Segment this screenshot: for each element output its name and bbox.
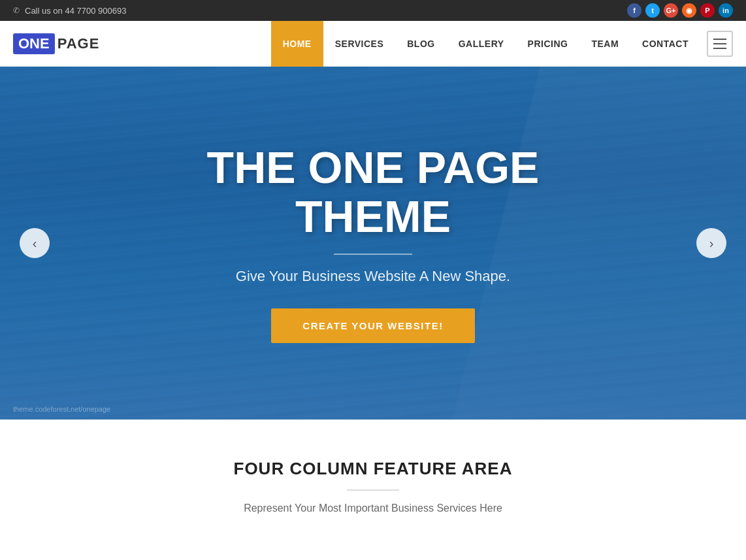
nav-pricing[interactable]: PRICING: [516, 21, 580, 67]
nav-gallery[interactable]: GALLERY: [447, 21, 516, 67]
hamburger-line-3: [713, 48, 726, 49]
hamburger-menu[interactable]: [707, 31, 733, 57]
nav-contact[interactable]: CONTACT: [630, 21, 700, 67]
hamburger-line-2: [713, 43, 726, 44]
main-nav: HOME SERVICES BLOG GALLERY PRICING TEAM …: [271, 21, 733, 67]
social-icons: f t G+ ◉ P in: [627, 3, 733, 18]
hamburger-line-1: [713, 39, 726, 40]
watermark: theme.codeforest.net/onepage: [13, 405, 110, 413]
phone-text: Call us on 44 7700 900693: [25, 6, 126, 16]
top-bar: ✆ Call us on 44 7700 900693 f t G+ ◉ P i…: [0, 0, 746, 21]
linkedin-icon[interactable]: in: [719, 3, 733, 18]
facebook-icon[interactable]: f: [627, 3, 641, 18]
hero-title-divider: [334, 254, 412, 255]
google-icon[interactable]: G+: [664, 3, 678, 18]
hero-subtitle: Give Your Business Website A New Shape.: [144, 268, 602, 285]
features-section: FOUR COLUMN FEATURE AREA Represent Your …: [0, 420, 746, 540]
slider-prev-button[interactable]: ‹: [20, 228, 50, 258]
hero-cta-button[interactable]: CREATE YOUR WEBSITE!: [271, 308, 474, 343]
nav-home[interactable]: HOME: [271, 21, 323, 67]
twitter-icon[interactable]: t: [645, 3, 660, 18]
logo-page: PAGE: [57, 35, 100, 52]
next-arrow-icon: ›: [709, 236, 714, 251]
rss-icon[interactable]: ◉: [682, 3, 696, 18]
header: ONE PAGE HOME SERVICES BLOG GALLERY PRIC…: [0, 21, 746, 67]
pinterest-icon[interactable]: P: [700, 3, 715, 18]
hero-title: THE ONE PAGE THEME: [144, 143, 602, 241]
logo[interactable]: ONE PAGE: [13, 33, 99, 54]
features-divider: [347, 489, 399, 491]
top-bar-left: ✆ Call us on 44 7700 900693: [13, 6, 126, 16]
nav-team[interactable]: TEAM: [579, 21, 630, 67]
hero-section: ‹ THE ONE PAGE THEME Give Your Business …: [0, 67, 746, 420]
features-subtitle: Represent Your Most Important Business S…: [177, 502, 569, 514]
prev-arrow-icon: ‹: [33, 236, 37, 251]
slider-next-button[interactable]: ›: [696, 228, 726, 258]
hero-content: THE ONE PAGE THEME Give Your Business We…: [118, 143, 628, 344]
phone-icon: ✆: [13, 6, 20, 15]
logo-one: ONE: [13, 33, 55, 54]
features-title: FOUR COLUMN FEATURE AREA: [26, 459, 720, 479]
nav-blog[interactable]: BLOG: [395, 21, 446, 67]
nav-services[interactable]: SERVICES: [323, 21, 396, 67]
